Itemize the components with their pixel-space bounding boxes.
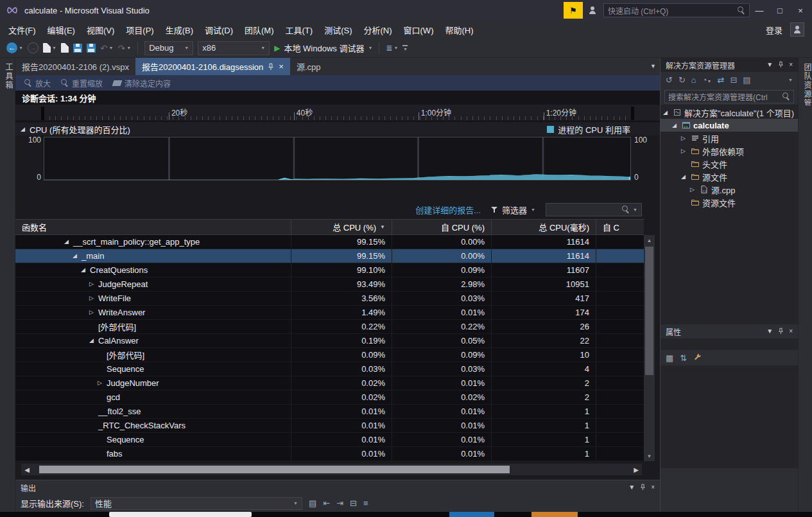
table-row[interactable]: ◢CreatQuestions99.10%0.09%11607: [15, 263, 644, 277]
expand-arrow-icon[interactable]: ▷: [89, 295, 98, 301]
home-icon[interactable]: ⌂: [691, 75, 696, 85]
reset-zoom-button[interactable]: 重置缩放: [61, 78, 103, 89]
word-wrap-icon[interactable]: ≡: [363, 498, 368, 508]
tree-item[interactable]: ▷引用: [661, 132, 798, 145]
alphabetical-sort-icon[interactable]: ⇅: [680, 353, 687, 363]
expand-arrow-icon[interactable]: ▷: [690, 187, 699, 193]
maximize-button[interactable]: □: [770, 0, 790, 21]
expand-arrow-icon[interactable]: ▷: [89, 281, 98, 287]
table-row[interactable]: ▷WriteFile3.56%0.03%417: [15, 292, 644, 306]
redo-button[interactable]: ↷▼: [118, 44, 132, 53]
pin-icon[interactable]: [268, 63, 274, 71]
timeline-ruler[interactable]: 20秒40秒1:00分钟1:20分钟: [15, 105, 660, 121]
table-row[interactable]: ▷JudgeNumber0.02%0.01%2: [15, 376, 644, 390]
start-debugging-button[interactable]: ▶ 本地 Windows 调试器 ▼: [274, 42, 372, 54]
pending-changes-filter-icon[interactable]: ◔▼: [702, 75, 712, 85]
team-explorer-edge-tab[interactable]: 团队资源管理器: [802, 63, 812, 105]
back-icon[interactable]: ↺: [666, 75, 673, 85]
doc-tab[interactable]: 源.cpp: [290, 58, 327, 75]
clear-selection-button[interactable]: 清除选定内容: [113, 78, 171, 89]
timeline-right-handle[interactable]: [631, 107, 634, 120]
window-position-chevron-icon[interactable]: ▼: [766, 328, 773, 335]
scrollbar-thumb[interactable]: [39, 466, 510, 473]
scroll-up-icon[interactable]: ▲: [644, 235, 655, 245]
undo-button[interactable]: ↶▼: [100, 44, 114, 53]
expand-arrow-icon[interactable]: ◢: [681, 174, 690, 180]
tree-item[interactable]: ◢源文件: [661, 170, 798, 183]
minimize-button[interactable]: —: [749, 0, 770, 21]
sign-in-link[interactable]: 登录: [766, 24, 782, 36]
scroll-left-icon[interactable]: ◀: [21, 466, 33, 473]
expand-arrow-icon[interactable]: ▷: [98, 380, 107, 386]
table-row[interactable]: [外部代码]0.09%0.09%10: [15, 348, 644, 362]
toolbox-edge-tab[interactable]: 工具箱: [3, 63, 14, 90]
panel-options-chevron-icon[interactable]: ▼: [788, 78, 793, 82]
sync-with-active-document-icon[interactable]: ⇄: [717, 75, 724, 85]
toolbar-options-button[interactable]: ▼: [402, 45, 408, 51]
expand-arrow-icon[interactable]: ▷: [681, 148, 690, 154]
window-position-chevron-icon[interactable]: ▼: [766, 62, 773, 68]
tree-item[interactable]: ▷外部依赖项: [661, 145, 798, 157]
window-position-chevron-icon[interactable]: ▼: [628, 484, 635, 491]
scroll-right-icon[interactable]: ▶: [630, 466, 642, 473]
table-row[interactable]: Sequence0.01%0.01%1: [15, 433, 644, 447]
close-icon[interactable]: ×: [279, 62, 284, 71]
expand-arrow-icon[interactable]: ▷: [89, 310, 98, 315]
solution-search-input[interactable]: 搜索解决方案资源管理器(Ctrl: [664, 90, 794, 103]
menu-item[interactable]: 团队(M): [239, 21, 280, 39]
menu-item[interactable]: 编辑(E): [42, 21, 81, 39]
menu-item[interactable]: 测试(S): [318, 21, 358, 39]
menu-item[interactable]: 窗口(W): [398, 21, 440, 39]
document-list-chevron-icon[interactable]: ▼: [650, 63, 656, 69]
table-row[interactable]: gcd0.02%0.02%2: [15, 390, 644, 405]
tree-item[interactable]: ▷++源.cpp: [661, 183, 798, 196]
messages-icon[interactable]: ▤: [309, 498, 316, 508]
properties-page-icon[interactable]: ▤: [743, 75, 750, 85]
menu-item[interactable]: 生成(B): [160, 21, 199, 39]
solution-platform-dropdown[interactable]: x86▼: [198, 41, 270, 55]
quick-launch-input[interactable]: 快速启动 (Ctrl+Q): [603, 3, 750, 17]
pin-icon[interactable]: [778, 328, 784, 336]
clear-all-icon[interactable]: ⊟: [350, 498, 357, 508]
horizontal-scrollbar[interactable]: ◀ ▶: [21, 464, 642, 475]
expand-arrow-icon[interactable]: ◢: [81, 267, 90, 273]
function-search-input[interactable]: ▼: [546, 203, 642, 216]
menu-item[interactable]: 帮助(H): [439, 21, 479, 39]
save-all-button[interactable]: [87, 44, 96, 53]
tree-item[interactable]: ◢解决方案"calculate"(1 个项目): [661, 106, 798, 119]
cpu-utilization-chart[interactable]: 100 0 100 0: [15, 136, 660, 189]
menu-item[interactable]: 调试(D): [199, 21, 239, 39]
notifications-flag-button[interactable]: ⚑: [564, 2, 583, 19]
jump-previous-icon[interactable]: ⇤: [323, 498, 330, 508]
timeline-left-handle[interactable]: [41, 107, 44, 120]
cpu-section-header[interactable]: ◢ CPU (所有处理器的百分比) 进程的 CPU 利用率: [15, 123, 660, 136]
navigate-forward-button[interactable]: →: [28, 42, 39, 53]
pin-icon[interactable]: [640, 484, 646, 492]
tree-item[interactable]: 资源文件: [661, 196, 798, 209]
table-row[interactable]: __ftol2_sse0.01%0.01%1: [15, 405, 644, 419]
column-header[interactable]: 自 C: [596, 220, 644, 234]
collapse-all-icon[interactable]: ⊟: [730, 75, 737, 85]
open-file-button[interactable]: [61, 43, 69, 53]
zoom-in-button[interactable]: 放大: [24, 78, 51, 89]
column-header[interactable]: 自 CPU (%): [392, 220, 491, 234]
table-row[interactable]: ▷WriteAnswer1.49%0.01%174: [15, 306, 644, 320]
tree-item[interactable]: 头文件: [661, 157, 798, 170]
table-row[interactable]: [外部代码]0.22%0.22%26: [15, 320, 644, 334]
close-icon[interactable]: ×: [651, 484, 655, 491]
table-row[interactable]: Sequence0.03%0.03%4: [15, 362, 644, 376]
column-header[interactable]: 总 CPU(毫秒): [491, 220, 596, 234]
filter-dropdown[interactable]: 筛选器 ▼: [491, 204, 535, 216]
pin-icon[interactable]: [778, 61, 784, 69]
table-row[interactable]: ◢__scrt_main_policy::get_app_type99.15%0…: [15, 235, 644, 249]
menu-item[interactable]: 分析(N): [358, 21, 397, 39]
table-row[interactable]: ◢CalAnswer0.19%0.05%22: [15, 334, 644, 348]
avatar[interactable]: [790, 22, 804, 37]
menu-item[interactable]: 视图(V): [81, 21, 120, 39]
menu-item[interactable]: 项目(P): [120, 21, 159, 39]
table-row[interactable]: fabs0.01%0.01%1: [15, 447, 644, 461]
close-button[interactable]: ×: [790, 0, 811, 21]
doc-tab[interactable]: 报告20200401-2106 (2).vspx: [15, 58, 135, 75]
expand-arrow-icon[interactable]: ◢: [64, 239, 73, 245]
expand-arrow-icon[interactable]: ▷: [681, 136, 690, 141]
